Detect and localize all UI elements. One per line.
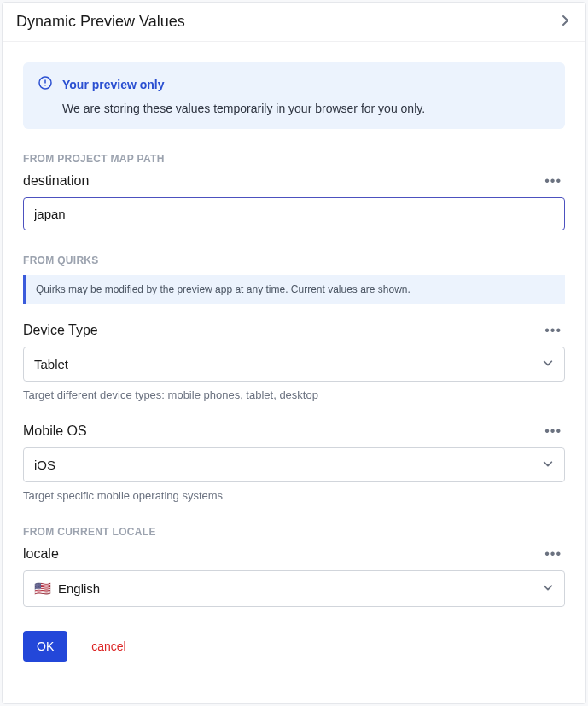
dynamic-preview-panel: Dynamic Preview Values Your preview only… (2, 2, 586, 704)
destination-field-row: destination ••• (23, 170, 565, 192)
quirks-heading: FROM QUIRKS (23, 254, 565, 266)
device-type-value: Tablet (34, 357, 68, 371)
info-header: Your preview only (38, 76, 550, 93)
mobile-os-more-button[interactable]: ••• (541, 420, 565, 442)
more-horizontal-icon: ••• (544, 546, 562, 561)
mobile-os-row: Mobile OS ••• (23, 420, 565, 442)
chevron-down-icon (542, 458, 554, 472)
chevron-down-icon (542, 357, 554, 371)
device-type-row: Device Type ••• (23, 319, 565, 341)
device-type-helper: Target different device types: mobile ph… (23, 388, 565, 401)
info-title: Your preview only (62, 78, 165, 91)
destination-input[interactable] (23, 197, 565, 230)
mobile-os-helper: Target specific mobile operating systems (23, 489, 565, 502)
destination-more-button[interactable]: ••• (541, 170, 565, 192)
locale-heading: FROM CURRENT LOCALE (23, 526, 565, 538)
more-horizontal-icon: ••• (544, 173, 562, 188)
svg-point-2 (44, 85, 45, 85)
locale-row: locale ••• (23, 543, 565, 565)
locale-text: English (58, 581, 100, 596)
mobile-os-field: Mobile OS ••• iOS Target specific mobile… (23, 420, 565, 502)
flag-icon: 🇺🇸 (34, 581, 51, 597)
panel-header: Dynamic Preview Values (3, 3, 585, 42)
mobile-os-label: Mobile OS (23, 423, 87, 439)
locale-more-button[interactable]: ••• (541, 543, 565, 565)
device-type-more-button[interactable]: ••• (541, 319, 565, 341)
info-warning-icon (38, 76, 52, 93)
device-type-select[interactable]: Tablet (23, 347, 565, 382)
locale-section: FROM CURRENT LOCALE locale ••• 🇺🇸 Englis… (23, 526, 565, 607)
device-type-label: Device Type (23, 323, 98, 338)
more-horizontal-icon: ••• (544, 423, 562, 438)
locale-label: locale (23, 546, 59, 562)
collapse-chevron-icon[interactable] (558, 14, 572, 31)
preview-info-box: Your preview only We are storing these v… (23, 62, 565, 129)
info-text: We are storing these values temporarily … (38, 102, 550, 115)
map-path-section: FROM PROJECT MAP PATH destination ••• (23, 153, 565, 230)
destination-label: destination (23, 173, 89, 189)
mobile-os-select[interactable]: iOS (23, 447, 565, 482)
locale-select[interactable]: 🇺🇸 English (23, 570, 565, 607)
ok-button[interactable]: OK (23, 631, 67, 662)
action-bar: OK cancel (23, 631, 565, 662)
cancel-button[interactable]: cancel (91, 639, 125, 653)
more-horizontal-icon: ••• (544, 323, 562, 337)
map-path-heading: FROM PROJECT MAP PATH (23, 153, 565, 165)
quirks-section: FROM QUIRKS Quirks may be modified by th… (23, 254, 565, 502)
mobile-os-value: iOS (34, 458, 55, 472)
device-type-field: Device Type ••• Tablet Target different … (23, 319, 565, 401)
locale-value: 🇺🇸 English (34, 581, 100, 597)
quirks-note: Quirks may be modified by the preview ap… (23, 275, 565, 304)
panel-body: Your preview only We are storing these v… (9, 49, 579, 697)
chevron-down-icon (542, 581, 554, 596)
panel-title: Dynamic Preview Values (16, 13, 185, 31)
